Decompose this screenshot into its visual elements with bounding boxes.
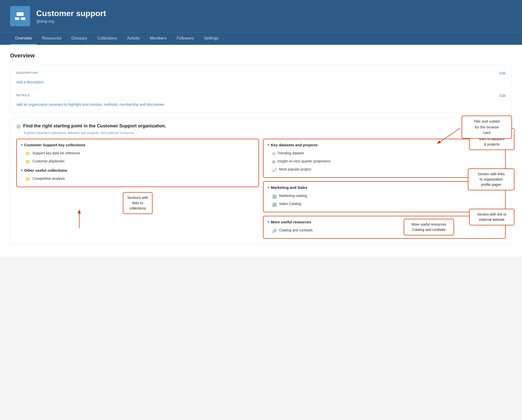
item-catalog-cocktails[interactable]: 🔗 Catalog and cocktails: [268, 227, 501, 235]
details-card-header: DETAILS Edit: [16, 94, 506, 99]
logo-block-top: [17, 12, 24, 16]
description-edit-button[interactable]: Edit: [500, 71, 506, 75]
nav-followers[interactable]: Followers: [172, 32, 199, 45]
chevron-down-icon-3: ▾: [268, 143, 269, 147]
browse-title-text: Find the right starting point in the Cus…: [23, 123, 166, 129]
header: Customer support @eng-org: [0, 0, 522, 32]
marketing-label: Marketing and Sales: [271, 185, 307, 190]
item-trending-label: Trending dataset: [277, 151, 304, 155]
marketing-title[interactable]: ▾ Marketing and Sales: [268, 185, 501, 190]
nav-resources[interactable]: Resources: [37, 32, 66, 45]
browse-card-header: ⊞ Find the right starting point in the C…: [16, 123, 506, 129]
callout-more-resources: More useful resourcesCatalog and cocktai…: [404, 219, 454, 235]
browse-title-group: ⊞ Find the right starting point in the C…: [16, 123, 166, 129]
callout-external: Section with link toexternal website: [469, 209, 514, 225]
details-edit-button[interactable]: Edit: [500, 94, 506, 98]
title-subtitle-callout: Title and subtilefor the browsecard: [462, 116, 512, 139]
key-collections-label: Customer Support key collections: [24, 143, 85, 147]
item-support-key[interactable]: 📁 Support key data for reference: [21, 150, 254, 158]
logo-block-bl: [15, 17, 19, 20]
org-handle: @eng-org: [36, 19, 106, 24]
resources-label: More useful resources: [271, 220, 311, 224]
item-support-key-label: Support key data for reference: [32, 151, 80, 155]
other-collections-label: Other useful collections: [24, 168, 67, 172]
chevron-down-icon-5: ▾: [268, 220, 269, 224]
nav-settings[interactable]: Settings: [199, 32, 223, 45]
sales-icon: 🏢: [272, 202, 277, 207]
section-key-collections: ▾ Customer Support key collections 📁 Sup…: [21, 143, 254, 166]
chevron-down-icon: ▾: [21, 143, 23, 147]
item-customer-playbooks-label: Customer playbooks: [32, 159, 65, 163]
browse-main-title: Find the right starting point in the Cus…: [23, 123, 166, 129]
key-collections-title[interactable]: ▾ Customer Support key collections: [21, 143, 254, 147]
item-popular-project[interactable]: 📈 Most popular project: [268, 166, 501, 174]
nav-collections[interactable]: Collections: [92, 32, 122, 45]
item-trending[interactable]: ✉ Trending dataset: [268, 150, 501, 158]
browse-grid-icon: ⊞: [16, 123, 21, 129]
datasets-title[interactable]: ▾ Key datasets and projects: [268, 143, 501, 147]
add-description-link[interactable]: Add a description: [16, 80, 44, 84]
callout-org-profile: Section with linksto organizationprofile…: [468, 168, 514, 190]
nav-members[interactable]: Members: [145, 32, 172, 45]
description-card-header: DESCRIPTION Edit: [16, 71, 506, 77]
browse-subtitle: Explore important collections, datasets …: [24, 131, 506, 135]
item-catalog-label: Catalog and cocktails: [279, 228, 313, 232]
item-popular-label: Most popular project: [279, 167, 311, 171]
add-details-link[interactable]: Add an organization summary to highlight…: [16, 102, 164, 107]
folder-icon-3: 📁: [25, 177, 30, 182]
description-card: DESCRIPTION Edit Add a description DETAI…: [10, 65, 512, 113]
resources-title[interactable]: ▾ More useful resources: [268, 220, 501, 224]
link-icon: 🔗: [272, 228, 277, 233]
callout-collections-wrap: Sections withlinks tocollections: [16, 192, 259, 214]
item-competitive-label: Competitive analysis: [32, 177, 65, 181]
item-insight-label: Insight on next quarter projections: [277, 159, 330, 163]
org-logo: [10, 6, 30, 26]
item-customer-playbooks[interactable]: 📁 Customer playbooks: [21, 158, 254, 166]
item-marketing-label: Marketing catalog: [279, 194, 307, 198]
item-sales-catalog[interactable]: 🏢 Sales Catalog: [268, 200, 501, 208]
main-nav: Overview Resources Glossary Collections …: [0, 32, 522, 45]
item-insight[interactable]: ⊞ Insight on next quarter projections: [268, 158, 501, 166]
marketing-icon: 🏢: [272, 194, 277, 199]
folder-icon-2: 📁: [25, 159, 30, 164]
details-label: DETAILS: [16, 94, 29, 97]
section-other-collections: ▾ Other useful collections 📁 Competitive…: [21, 168, 254, 183]
main-content: Overview DESCRIPTION Edit Add a descript…: [0, 45, 522, 257]
chevron-down-icon-4: ▾: [268, 186, 269, 189]
nav-overview[interactable]: Overview: [10, 32, 37, 45]
item-competitive-analysis[interactable]: 📁 Competitive analysis: [21, 175, 254, 183]
header-text-group: Customer support @eng-org: [36, 9, 106, 24]
org-title: Customer support: [36, 9, 106, 18]
callout-collections: Sections withlinks tocollections: [123, 192, 153, 214]
datasets-label: Key datasets and projects: [271, 143, 318, 147]
left-sections-box: ▾ Customer Support key collections 📁 Sup…: [16, 139, 259, 187]
project-icon: 📈: [272, 167, 277, 172]
nav-activity[interactable]: Activity: [122, 32, 145, 45]
item-marketing-catalog[interactable]: 🏢 Marketing catalog: [268, 192, 501, 200]
chevron-down-icon-2: ▾: [21, 168, 23, 172]
left-column: ▾ Customer Support key collections 📁 Sup…: [16, 139, 259, 239]
item-sales-label: Sales Catalog: [279, 202, 301, 206]
dataset-icon: ✉: [272, 151, 275, 156]
insight-icon: ⊞: [272, 159, 275, 164]
nav-glossary[interactable]: Glossary: [66, 32, 92, 45]
description-label: DESCRIPTION: [16, 71, 38, 74]
other-collections-title[interactable]: ▾ Other useful collections: [21, 168, 254, 172]
logo-block-br: [21, 17, 25, 20]
folder-icon: 📁: [25, 151, 30, 156]
page-title: Overview: [10, 52, 512, 59]
